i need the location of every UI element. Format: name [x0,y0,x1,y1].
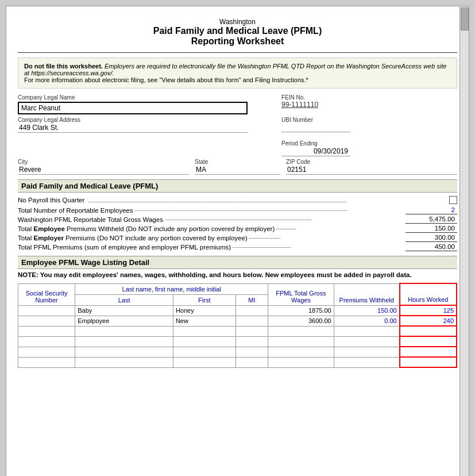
scrollbar-thumb[interactable] [461,7,469,30]
empty-row-0 [18,326,457,336]
no-payroll-label: No Payroll this Quarter [18,197,447,204]
state-value[interactable]: MA [195,165,280,175]
period-label: Period Ending [281,140,457,147]
emp-hours-0[interactable]: 125 [400,305,457,316]
employee-table: Social Security Number Last name, first … [18,283,457,368]
empty-row-2 [18,347,457,357]
pfml-rows: No Payroll this Quarter Total Number of … [18,196,457,251]
emp-mi-1[interactable] [235,316,268,326]
empty-row-3 [18,357,457,367]
city-label: City [18,159,189,165]
pfml-section-header: Paid Family and Medical Leave (PFML) [18,179,457,193]
employee-premiums-row: Total Employee Premiums Withheld (Do NOT… [18,224,457,233]
emp-gross-1[interactable]: 3600.00 [268,316,334,326]
total-pfml-label: Total PFML Premiums (sum of employee and… [18,244,406,251]
employee-row-1[interactable]: Emplpoyee New 3600.00 0.00 240 [18,316,457,326]
company-name-label: Company Legal Name [18,94,260,101]
empty-row-1 [18,336,457,347]
emp-last-1[interactable]: Emplpoyee [75,316,173,326]
reportable-employees-row: Total Number of Reportable Employees 2 [18,206,457,214]
employee-note: NOTE: You may edit employees' names, wag… [18,271,457,278]
emp-ssn-0[interactable] [18,305,75,316]
sub-title: Reporting Worksheet [18,36,457,47]
period-value: 09/30/2019 [281,147,350,156]
total-pfml-value[interactable]: 450.00 [406,243,457,251]
ubi-label: UBI Number [281,117,457,123]
gross-wages-label: Washington PFML Reportable Total Gross W… [18,216,406,223]
emp-first-1[interactable]: New [173,316,235,326]
form-fields: Company Legal Name Marc Peanut Company L… [18,94,457,175]
employer-premiums-row: Total Employer Premiums (Do NOT include … [18,233,457,242]
ubi-value[interactable] [281,123,350,132]
main-title: Paid Family and Medical Leave (PFML) [18,26,457,36]
notice-box: Do not file this worksheet. Employers ar… [18,57,457,89]
th-gross: FPML Total Gross Wages [268,283,334,305]
employer-premiums-value[interactable]: 300.00 [406,233,457,242]
right-col: FEIN No. 99-1111110 UBI Number Period En… [281,94,457,156]
th-ssn: Social Security Number [18,283,75,305]
city-state-zip: City Revere State MA ZIP Code 02151 [18,159,457,175]
emp-premiums-1[interactable]: 0.00 [334,316,400,326]
th-name: Last name, first name, middle initial [75,283,268,294]
state-name: Washington [18,18,457,26]
th-premiums: Premiums Withheld [334,283,400,305]
employer-premiums-label: Total Employer Premiums (Do NOT include … [18,235,406,241]
emp-ssn-1[interactable] [18,316,75,326]
state-label: State [195,159,280,165]
emp-mi-0[interactable] [235,305,268,316]
title-divider [18,52,457,53]
left-col: Company Legal Name Marc Peanut Company L… [18,94,260,156]
no-payroll-checkbox[interactable] [449,196,457,204]
emp-premiums-0[interactable]: 150.00 [334,305,400,316]
city-field: City Revere [18,159,189,175]
fein-value: 99-1111110 [281,101,457,109]
th-mi: MI [235,294,268,305]
notice-normal: For more information about electronic fi… [24,76,308,83]
company-name-value[interactable]: Marc Peanut [18,102,248,114]
gross-wages-row: Washington PFML Reportable Total Gross W… [18,215,457,224]
state-field: State MA [195,159,280,175]
title-section: Washington Paid Family and Medical Leave… [18,18,457,47]
fein-label: FEIN No. [281,94,457,101]
employee-row-0[interactable]: Baby Honey 1875.00 150.00 125 [18,305,457,316]
page-wrapper: Washington Paid Family and Medical Leave… [6,6,469,476]
emp-hours-1[interactable]: 240 [400,316,457,326]
notice-bold: Do not file this worksheet. [24,63,103,70]
th-first: First [173,294,235,305]
emp-last-0[interactable]: Baby [75,305,173,316]
th-hours: Hours Worked [400,283,457,305]
total-pfml-row: Total PFML Premiums (sum of employee and… [18,243,457,251]
reportable-employees-label: Total Number of Reportable Employees [18,207,406,214]
employee-section-header: Employee PFML Wage Listing Detail [18,256,457,269]
company-fields-layout: Company Legal Name Marc Peanut Company L… [18,94,457,156]
zip-label: ZIP Code [286,159,457,165]
employee-premiums-label: Total Employee Premiums Withheld (Do NOT… [18,225,406,232]
no-payroll-row: No Payroll this Quarter [18,196,457,204]
employee-premiums-value[interactable]: 150.00 [406,224,457,233]
emp-gross-0[interactable]: 1875.00 [268,305,334,316]
zip-value[interactable]: 02151 [286,165,457,175]
reportable-employees-value[interactable]: 2 [406,206,457,214]
emp-first-0[interactable]: Honey [173,305,235,316]
zip-field: ZIP Code 02151 [286,159,457,175]
gross-wages-value[interactable]: 5,475.00 [406,215,457,224]
address-label: Company Legal Address [18,117,260,123]
scrollbar[interactable] [459,6,469,476]
address-value[interactable]: 449 Clark St. [18,123,248,133]
city-value[interactable]: Revere [18,165,189,175]
th-last: Last [75,294,173,305]
